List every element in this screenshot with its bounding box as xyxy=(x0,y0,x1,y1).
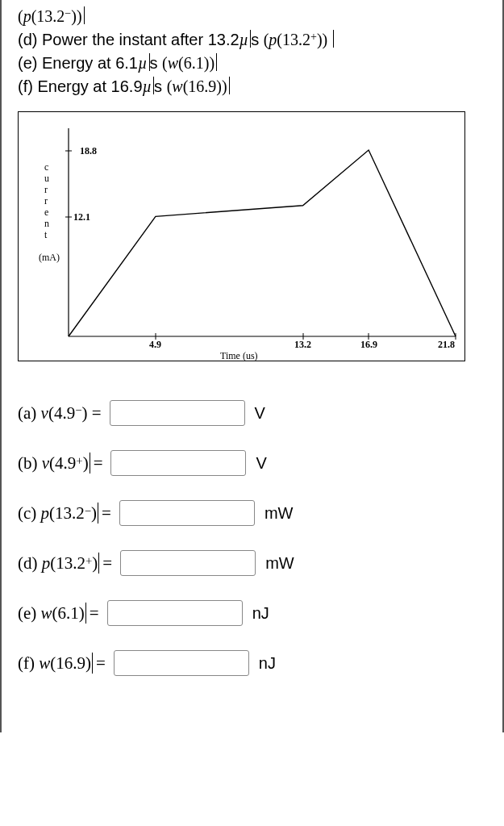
answer-lhs: (c) p(13.2−)= xyxy=(18,503,111,524)
answer-unit: mW xyxy=(264,504,294,523)
answer-row: (a) v(4.9−) = V xyxy=(18,400,486,426)
answer-input-e[interactable] xyxy=(107,600,243,626)
xtick-21-8: 21.8 xyxy=(438,340,455,349)
prompt-line-d: (d) Power the instant after 13.2µs (p(13… xyxy=(18,28,486,52)
answer-input-b[interactable] xyxy=(110,450,246,476)
ylabel-n: n xyxy=(44,219,49,228)
x-axis-label: Time (us) xyxy=(220,351,258,361)
answer-lhs: (d) p(13.2+)= xyxy=(18,553,112,574)
answer-row: (c) p(13.2−)= mW xyxy=(18,500,486,526)
answer-input-f[interactable] xyxy=(114,650,249,676)
prompt-line-c-frag: (p(13.2−)) xyxy=(18,5,486,28)
answer-lhs: (e) w(6.1)= xyxy=(18,603,99,624)
answer-lhs: (b) v(4.9+)= xyxy=(18,453,102,473)
ylabel-t: t xyxy=(44,230,47,240)
answer-unit: V xyxy=(256,454,266,473)
answer-input-a[interactable] xyxy=(110,400,245,426)
ytick-12-1: 12.1 xyxy=(73,212,90,222)
answer-input-c[interactable] xyxy=(119,500,255,526)
xtick-13-2: 13.2 xyxy=(294,340,311,349)
ytick-18-8: 18.8 xyxy=(80,146,97,156)
answer-unit: nJ xyxy=(252,604,269,623)
answer-row: (e) w(6.1)= nJ xyxy=(18,600,486,626)
answer-unit: V xyxy=(255,404,265,423)
answer-row: (d) p(13.2+)= mW xyxy=(18,550,486,576)
prompt-line-f: (f) Energy at 16.9µs (w(16.9)) xyxy=(18,75,486,98)
answer-input-d[interactable] xyxy=(120,550,256,576)
ylabel-u: u xyxy=(44,173,49,183)
answer-unit: mW xyxy=(265,554,294,573)
ylabel-e: e xyxy=(44,207,48,217)
problem-prompt: (p(13.2−)) (d) Power the instant after 1… xyxy=(18,5,486,98)
xtick-16-9: 16.9 xyxy=(360,340,377,349)
answer-row: (b) v(4.9+)= V xyxy=(18,450,486,476)
answer-row: (f) w(16.9)= nJ xyxy=(18,650,486,676)
answer-lhs: (a) v(4.9−) = xyxy=(18,403,102,423)
answer-lhs: (f) w(16.9)= xyxy=(18,653,106,674)
answer-unit: nJ xyxy=(259,654,276,673)
ylabel-c: c xyxy=(44,162,48,172)
prompt-line-e: (e) Energy at 6.1µs (w(6.1)) xyxy=(18,52,486,75)
answer-list: (a) v(4.9−) = V(b) v(4.9+)= V(c) p(13.2−… xyxy=(18,400,486,676)
ylabel-r: r xyxy=(44,185,48,194)
y-unit-label: (mA) xyxy=(39,252,60,262)
current-time-chart: 18.8 12.1 4.9 13.2 16.9 21.8 Time (us) c… xyxy=(18,111,465,361)
ylabel-r2: r xyxy=(44,196,48,206)
xtick-4-9: 4.9 xyxy=(149,340,161,349)
